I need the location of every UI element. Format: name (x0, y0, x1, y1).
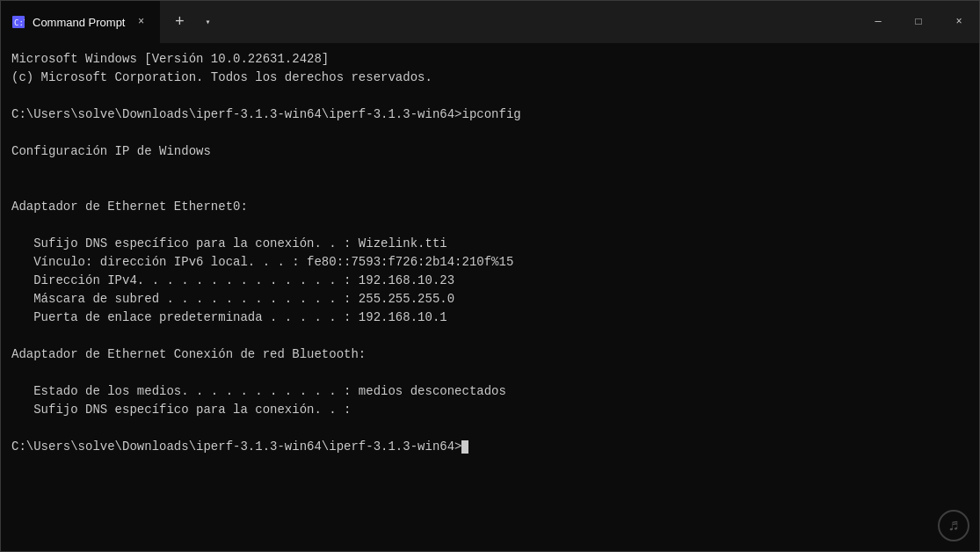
terminal-line (11, 161, 969, 179)
window-controls: ─ □ × (858, 1, 979, 43)
terminal-line: C:\Users\solve\Downloads\iperf-3.1.3-win… (11, 105, 969, 124)
maximize-button[interactable]: □ (898, 1, 939, 43)
tab-close-button[interactable]: × (132, 13, 149, 31)
terminal-line: Máscara de subred . . . . . . . . . . . … (11, 290, 969, 309)
terminal-line: Dirección IPv4. . . . . . . . . . . . . … (11, 272, 969, 290)
prompt-cursor-line: C:\Users\solve\Downloads\iperf-3.1.3-win… (11, 439, 461, 454)
watermark-icon: ♬ (938, 510, 969, 541)
terminal-line: Estado de los medios. . . . . . . . . . … (11, 382, 969, 401)
svg-text:C:\: C:\ (14, 18, 25, 27)
terminal-line: Sufijo DNS específico para la conexión. … (11, 401, 969, 419)
terminal-line: Adaptador de Ethernet Ethernet0: (11, 198, 969, 216)
terminal-line (11, 124, 969, 142)
terminal-line (11, 419, 969, 438)
active-tab[interactable]: C:\ Command Prompt × (1, 1, 160, 43)
terminal-line: Configuración IP de Windows (11, 142, 969, 161)
terminal-line (11, 179, 969, 198)
terminal-line: (c) Microsoft Corporation. Todos los der… (11, 69, 969, 87)
titlebar: C:\ Command Prompt × + ▾ ─ □ × (1, 1, 979, 43)
terminal-icon: C:\ (11, 15, 25, 29)
tab-dropdown-button[interactable]: ▾ (195, 10, 220, 34)
terminal-line: C:\Users\solve\Downloads\iperf-3.1.3-win… (11, 438, 969, 456)
minimize-button[interactable]: ─ (858, 1, 898, 43)
close-button[interactable]: × (939, 1, 979, 43)
terminal-line (11, 364, 969, 382)
terminal-line: Adaptador de Ethernet Conexión de red Bl… (11, 345, 969, 364)
command-prompt-window: C:\ Command Prompt × + ▾ ─ □ × Microsoft… (0, 0, 980, 552)
new-tab-button[interactable]: + (163, 6, 195, 38)
terminal-output[interactable]: Microsoft Windows [Versión 10.0.22631.24… (1, 43, 979, 551)
tab-area: C:\ Command Prompt × + ▾ (1, 1, 858, 43)
terminal-line: Sufijo DNS específico para la conexión. … (11, 235, 969, 253)
terminal-line (11, 87, 969, 105)
cursor (461, 440, 468, 454)
terminal-line: Vínculo: dirección IPv6 local. . . : fe8… (11, 253, 969, 272)
terminal-line (11, 216, 969, 235)
tab-title-label: Command Prompt (33, 16, 125, 29)
terminal-line (11, 327, 969, 345)
terminal-line: Puerta de enlace predeterminada . . . . … (11, 309, 969, 327)
terminal-line: Microsoft Windows [Versión 10.0.22631.24… (11, 50, 969, 69)
